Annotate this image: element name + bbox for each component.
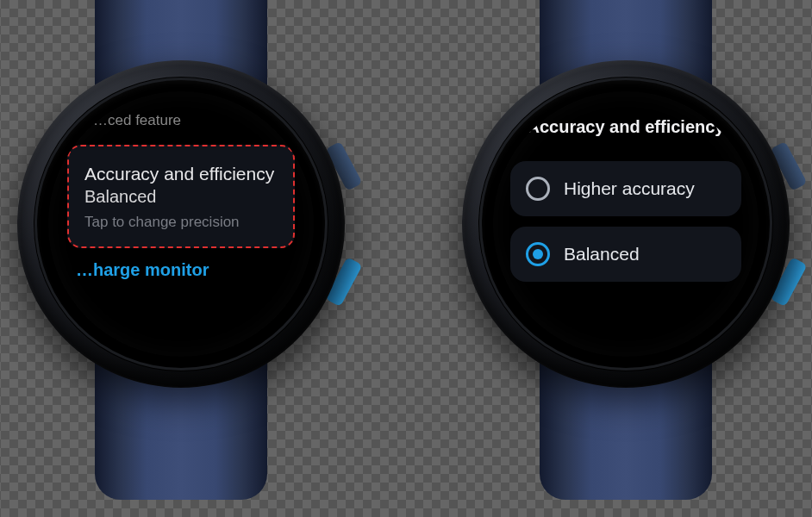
radio-icon-selected — [526, 242, 550, 266]
setting-accuracy-efficiency[interactable]: Accuracy and efficiency Balanced Tap to … — [67, 145, 295, 248]
option-higher-accuracy[interactable]: Higher accuracy — [510, 161, 741, 216]
smartwatch-left: …ced feature Accuracy and efficiency Bal… — [4, 0, 358, 500]
radio-icon — [526, 177, 550, 201]
page-title: Accuracy and efficiency — [510, 117, 741, 137]
watch-screen-accuracy-options: Accuracy and efficiency Higher accuracy … — [493, 91, 759, 357]
watch-case: …ced feature Accuracy and efficiency Bal… — [17, 60, 345, 388]
option-label: Higher accuracy — [564, 178, 695, 199]
setting-title: Accuracy and efficiency — [84, 162, 278, 185]
setting-hint: Tap to change precision — [84, 214, 278, 231]
watch-case: Accuracy and efficiency Higher accuracy … — [462, 60, 790, 388]
option-label: Balanced — [564, 244, 640, 265]
watch-screen-settings: …ced feature Accuracy and efficiency Bal… — [48, 91, 314, 357]
setting-charge-monitor[interactable]: …harge monitor — [67, 260, 295, 280]
setting-current-value: Balanced — [84, 187, 278, 207]
smartwatch-right: Accuracy and efficiency Higher accuracy … — [449, 0, 803, 500]
option-balanced[interactable]: Balanced — [510, 227, 741, 282]
